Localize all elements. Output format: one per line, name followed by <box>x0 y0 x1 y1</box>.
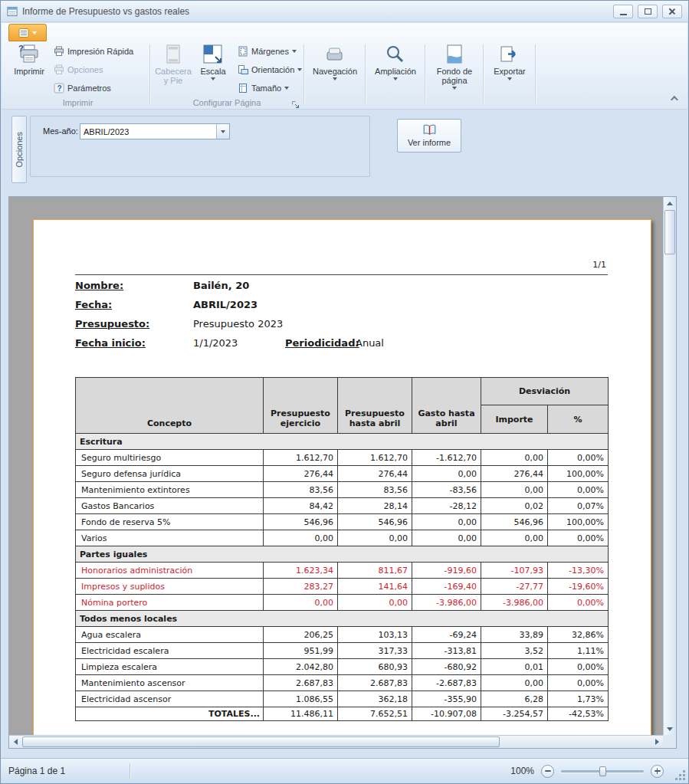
close-button[interactable] <box>662 5 682 18</box>
table-cell: 680,93 <box>338 659 412 675</box>
horizontal-scrollbar[interactable] <box>9 735 663 748</box>
table-cell: 2.042,80 <box>264 659 338 675</box>
field-value: ABRIL/2023 <box>193 299 258 310</box>
chevron-down-icon <box>211 77 215 80</box>
table-cell: -69,24 <box>412 627 481 643</box>
zoom-slider[interactable] <box>561 765 644 778</box>
statusbar: Página 1 de 1 100% <box>1 758 688 783</box>
scrollbar-corner <box>663 735 676 748</box>
ribbon-group-configurar-pagina: Cabecera y Pie Escala <box>152 41 302 109</box>
table-cell: 0,00 <box>481 530 548 546</box>
table-cell: 546,96 <box>481 514 548 530</box>
group-caption-imprimir: Imprimir <box>8 98 148 107</box>
field-row-presupuesto: Presupuesto: Presupuesto 2023 <box>75 318 608 333</box>
table-cell: 100,00% <box>548 514 609 530</box>
table-cell: 11.486,11 <box>264 707 338 721</box>
svg-text:?: ? <box>57 84 61 92</box>
table-row: Gastos Bancarios84,4228,14-28,120,020,07… <box>76 498 609 514</box>
tamano-button[interactable]: Tamaño <box>235 80 305 96</box>
fondo-de-pagina-button[interactable]: Fondo de página <box>430 41 479 90</box>
zoom-out-button[interactable] <box>541 765 554 778</box>
table-cell: 33,89 <box>481 627 548 643</box>
ribbon-group-navegacion: Navegación <box>307 41 363 109</box>
table-row: Impresos y suplidos283,27141,64-169,40-2… <box>76 579 609 595</box>
table-row: Mantenimiento ascensor2.687,832.687,83-2… <box>76 675 609 691</box>
table-cell: Honorarios administración <box>76 563 264 579</box>
options-side-tab[interactable]: Opciones <box>11 116 27 183</box>
table-cell: -919,60 <box>412 563 481 579</box>
scroll-down-button[interactable] <box>664 723 676 735</box>
imprimir-button[interactable]: ? Imprimir <box>11 41 48 76</box>
table-cell: 0,00% <box>548 659 609 675</box>
preview-canvas[interactable]: 1/1 Nombre: Bailén, 20 Fecha: ABRIL/2023… <box>9 197 663 735</box>
maximize-button[interactable] <box>638 5 658 18</box>
scroll-up-button[interactable] <box>664 197 676 209</box>
table-cell: 206,25 <box>264 627 338 643</box>
chevron-down-icon <box>32 31 37 34</box>
options-tab-label: Opciones <box>15 132 24 167</box>
escala-label: Escala <box>200 67 225 76</box>
exportar-button[interactable]: Exportar <box>487 41 532 80</box>
field-label: Periodicidad: <box>285 337 359 349</box>
table-cell: 0,00 <box>481 450 548 466</box>
table-cell: 317,33 <box>338 643 412 659</box>
combo-dropdown-button[interactable] <box>216 124 229 139</box>
navigation-icon <box>324 44 346 65</box>
app-menu-button[interactable] <box>8 24 47 41</box>
table-row: Honorarios administración1.623,34811,67-… <box>76 563 609 579</box>
table-cell: 32,86% <box>548 627 609 643</box>
horizontal-scrollbar-thumb[interactable] <box>22 736 500 747</box>
dialog-launcher-icon[interactable] <box>291 98 300 107</box>
table-cell: 83,56 <box>264 482 338 498</box>
options-groupbox: Mes-año: <box>30 116 370 177</box>
orientacion-button[interactable]: Orientación <box>235 61 305 77</box>
margenes-button[interactable]: Márgenes <box>235 43 305 59</box>
col-header-presupuesto-ejercicio: Presupuesto ejercicio <box>264 378 338 434</box>
titlebar: Informe de Presupuesto vs gastos reales <box>1 1 688 22</box>
ribbon-separator <box>425 44 425 104</box>
parametros-button[interactable]: ? Parámetros <box>51 80 136 96</box>
navegacion-button[interactable]: Navegación <box>308 41 362 80</box>
zoom-slider-thumb[interactable] <box>599 766 606 776</box>
resize-grip[interactable] <box>675 770 685 780</box>
table-cell: Partes iguales <box>76 546 609 563</box>
mes-ano-input[interactable] <box>80 124 216 139</box>
table-row: Agua escalera206,25103,13-69,2433,8932,8… <box>76 627 609 643</box>
scroll-left-icon <box>14 739 18 745</box>
page-count-label: Página 1 de 1 <box>8 766 65 776</box>
maximize-icon <box>645 8 651 15</box>
col-header-presupuesto-hasta-abril: Presupuesto hasta abril <box>338 378 412 434</box>
app-window: Informe de Presupuesto vs gastos reales <box>0 0 689 784</box>
minimize-button[interactable] <box>613 5 633 18</box>
impresion-rapida-label: Impresión Rápida <box>67 47 133 56</box>
scroll-right-button[interactable] <box>651 736 663 748</box>
table-cell: 103,13 <box>338 627 412 643</box>
table-section-row: Escritura <box>76 434 609 450</box>
zoom-in-button[interactable] <box>651 765 664 778</box>
ribbon-group-fondo-de-pagina: Fondo de página <box>428 41 481 109</box>
ribbon-separator <box>303 44 304 104</box>
ampliacion-button[interactable]: Ampliación <box>369 41 422 80</box>
ver-informe-button[interactable]: Ver informe <box>397 119 461 153</box>
table-row: Varios0,000,000,000,000,00% <box>76 530 609 546</box>
svg-text:?: ? <box>18 44 24 53</box>
table-cell: Gastos Bancarios <box>76 498 264 514</box>
mes-ano-combobox[interactable] <box>80 123 230 139</box>
ribbon-collapse-button[interactable] <box>666 93 680 104</box>
scroll-left-button[interactable] <box>9 736 21 748</box>
chevron-up-icon <box>670 96 678 103</box>
vertical-scrollbar[interactable] <box>663 197 676 735</box>
table-row: Seguro defensa jurídica276,44276,440,002… <box>76 466 609 482</box>
chevron-down-icon <box>297 68 302 71</box>
table-cell: 7.652,51 <box>338 707 412 721</box>
vertical-scrollbar-thumb[interactable] <box>664 210 675 254</box>
table-cell: -680,92 <box>412 659 481 675</box>
list-icon <box>18 28 29 38</box>
table-cell: 811,67 <box>338 563 412 579</box>
table-cell: 276,44 <box>338 466 412 482</box>
table-cell: 283,27 <box>264 579 338 595</box>
escala-button[interactable]: Escala <box>195 41 231 80</box>
impresion-rapida-button[interactable]: Impresión Rápida <box>51 43 136 59</box>
table-cell: 0,00 <box>481 675 548 691</box>
field-label: Fecha inicio: <box>75 337 146 349</box>
